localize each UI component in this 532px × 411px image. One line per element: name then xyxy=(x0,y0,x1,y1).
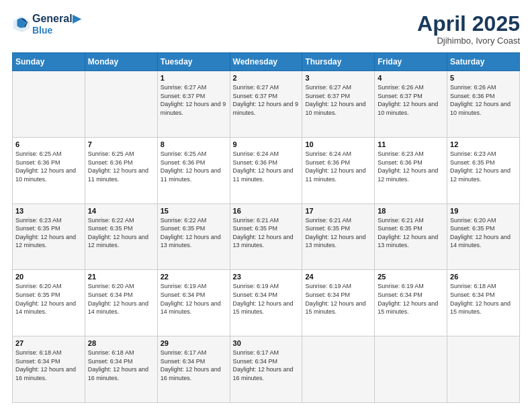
day-number: 11 xyxy=(378,140,444,148)
day-info: Sunrise: 6:18 AM Sunset: 6:34 PM Dayligh… xyxy=(15,349,82,382)
day-number: 3 xyxy=(305,74,371,82)
day-info: Sunrise: 6:25 AM Sunset: 6:36 PM Dayligh… xyxy=(161,150,227,183)
calendar-cell: 27Sunrise: 6:18 AM Sunset: 6:34 PM Dayli… xyxy=(13,336,85,403)
day-number: 4 xyxy=(378,74,444,82)
calendar-cell xyxy=(13,71,85,138)
day-number: 10 xyxy=(305,140,371,148)
day-number: 14 xyxy=(88,207,154,215)
day-number: 18 xyxy=(378,207,444,215)
day-info: Sunrise: 6:19 AM Sunset: 6:34 PM Dayligh… xyxy=(161,282,227,316)
day-number: 21 xyxy=(88,273,154,281)
day-number: 9 xyxy=(233,140,300,148)
day-info: Sunrise: 6:23 AM Sunset: 6:35 PM Dayligh… xyxy=(450,150,517,183)
calendar-cell: 30Sunrise: 6:17 AM Sunset: 6:34 PM Dayli… xyxy=(230,336,302,403)
calendar-cell: 3Sunrise: 6:27 AM Sunset: 6:37 PM Daylig… xyxy=(302,71,375,138)
weekday-header-wednesday: Wednesday xyxy=(230,53,302,71)
month-title: April 2025 xyxy=(417,12,520,36)
calendar-cell: 4Sunrise: 6:26 AM Sunset: 6:37 PM Daylig… xyxy=(375,71,447,138)
calendar-page: General▶ Blue April 2025 Djihimbo, Ivory… xyxy=(0,0,532,411)
calendar-cell: 6Sunrise: 6:25 AM Sunset: 6:36 PM Daylig… xyxy=(13,137,85,203)
logo: General▶ Blue xyxy=(12,12,81,36)
day-number: 15 xyxy=(161,207,227,215)
day-info: Sunrise: 6:22 AM Sunset: 6:35 PM Dayligh… xyxy=(161,216,227,250)
day-number: 2 xyxy=(233,74,300,82)
calendar-cell xyxy=(85,71,157,138)
day-number: 24 xyxy=(305,273,371,281)
day-number: 20 xyxy=(15,273,82,281)
day-info: Sunrise: 6:27 AM Sunset: 6:37 PM Dayligh… xyxy=(233,83,300,117)
day-number: 28 xyxy=(88,339,154,347)
day-number: 6 xyxy=(15,140,82,148)
calendar-week-row: 13Sunrise: 6:23 AM Sunset: 6:35 PM Dayli… xyxy=(13,203,520,270)
calendar-cell: 22Sunrise: 6:19 AM Sunset: 6:34 PM Dayli… xyxy=(157,270,230,336)
calendar-cell: 24Sunrise: 6:19 AM Sunset: 6:34 PM Dayli… xyxy=(302,270,375,336)
day-number: 30 xyxy=(233,339,300,347)
day-info: Sunrise: 6:18 AM Sunset: 6:34 PM Dayligh… xyxy=(88,349,154,382)
day-info: Sunrise: 6:21 AM Sunset: 6:35 PM Dayligh… xyxy=(305,216,371,250)
calendar-cell: 10Sunrise: 6:24 AM Sunset: 6:36 PM Dayli… xyxy=(302,137,375,203)
day-info: Sunrise: 6:27 AM Sunset: 6:37 PM Dayligh… xyxy=(161,83,227,117)
calendar-cell: 15Sunrise: 6:22 AM Sunset: 6:35 PM Dayli… xyxy=(157,203,230,270)
location-subtitle: Djihimbo, Ivory Coast xyxy=(417,36,520,46)
calendar-cell: 19Sunrise: 6:20 AM Sunset: 6:35 PM Dayli… xyxy=(447,203,520,270)
calendar-cell: 5Sunrise: 6:26 AM Sunset: 6:36 PM Daylig… xyxy=(447,71,520,138)
day-info: Sunrise: 6:17 AM Sunset: 6:34 PM Dayligh… xyxy=(161,349,227,382)
day-info: Sunrise: 6:25 AM Sunset: 6:36 PM Dayligh… xyxy=(88,150,154,183)
calendar-cell: 7Sunrise: 6:25 AM Sunset: 6:36 PM Daylig… xyxy=(85,137,157,203)
title-block: April 2025 Djihimbo, Ivory Coast xyxy=(417,12,520,46)
calendar-cell: 28Sunrise: 6:18 AM Sunset: 6:34 PM Dayli… xyxy=(85,336,157,403)
calendar-cell: 14Sunrise: 6:22 AM Sunset: 6:35 PM Dayli… xyxy=(85,203,157,270)
calendar-week-row: 1Sunrise: 6:27 AM Sunset: 6:37 PM Daylig… xyxy=(13,71,520,138)
day-number: 16 xyxy=(233,207,300,215)
calendar-cell: 16Sunrise: 6:21 AM Sunset: 6:35 PM Dayli… xyxy=(230,203,302,270)
calendar-week-row: 6Sunrise: 6:25 AM Sunset: 6:36 PM Daylig… xyxy=(13,137,520,203)
day-info: Sunrise: 6:26 AM Sunset: 6:36 PM Dayligh… xyxy=(450,83,517,117)
day-number: 7 xyxy=(88,140,154,148)
calendar-cell xyxy=(447,336,520,403)
weekday-header-sunday: Sunday xyxy=(13,53,85,71)
day-number: 25 xyxy=(378,273,444,281)
calendar-cell: 25Sunrise: 6:19 AM Sunset: 6:34 PM Dayli… xyxy=(375,270,447,336)
day-info: Sunrise: 6:17 AM Sunset: 6:34 PM Dayligh… xyxy=(233,349,300,382)
day-info: Sunrise: 6:20 AM Sunset: 6:35 PM Dayligh… xyxy=(450,216,517,250)
day-info: Sunrise: 6:25 AM Sunset: 6:36 PM Dayligh… xyxy=(15,150,82,183)
day-number: 23 xyxy=(233,273,300,281)
calendar-cell: 11Sunrise: 6:23 AM Sunset: 6:36 PM Dayli… xyxy=(375,137,447,203)
day-info: Sunrise: 6:24 AM Sunset: 6:36 PM Dayligh… xyxy=(305,150,371,183)
calendar-cell: 8Sunrise: 6:25 AM Sunset: 6:36 PM Daylig… xyxy=(157,137,230,203)
weekday-header-tuesday: Tuesday xyxy=(157,53,230,71)
calendar-cell: 17Sunrise: 6:21 AM Sunset: 6:35 PM Dayli… xyxy=(302,203,375,270)
calendar-cell: 18Sunrise: 6:21 AM Sunset: 6:35 PM Dayli… xyxy=(375,203,447,270)
logo-text: General▶ Blue xyxy=(32,12,81,36)
day-info: Sunrise: 6:24 AM Sunset: 6:36 PM Dayligh… xyxy=(233,150,300,183)
day-info: Sunrise: 6:20 AM Sunset: 6:35 PM Dayligh… xyxy=(15,282,82,316)
calendar-week-row: 27Sunrise: 6:18 AM Sunset: 6:34 PM Dayli… xyxy=(13,336,520,403)
day-info: Sunrise: 6:18 AM Sunset: 6:34 PM Dayligh… xyxy=(450,282,517,316)
day-info: Sunrise: 6:23 AM Sunset: 6:36 PM Dayligh… xyxy=(378,150,444,183)
calendar-cell: 21Sunrise: 6:20 AM Sunset: 6:34 PM Dayli… xyxy=(85,270,157,336)
day-info: Sunrise: 6:19 AM Sunset: 6:34 PM Dayligh… xyxy=(305,282,371,316)
calendar-week-row: 20Sunrise: 6:20 AM Sunset: 6:35 PM Dayli… xyxy=(13,270,520,336)
day-number: 27 xyxy=(15,339,82,347)
day-number: 13 xyxy=(15,207,82,215)
day-info: Sunrise: 6:19 AM Sunset: 6:34 PM Dayligh… xyxy=(378,282,444,316)
weekday-header-monday: Monday xyxy=(85,53,157,71)
day-info: Sunrise: 6:21 AM Sunset: 6:35 PM Dayligh… xyxy=(378,216,444,250)
calendar-cell: 2Sunrise: 6:27 AM Sunset: 6:37 PM Daylig… xyxy=(230,71,302,138)
day-number: 8 xyxy=(161,140,227,148)
day-info: Sunrise: 6:22 AM Sunset: 6:35 PM Dayligh… xyxy=(88,216,154,250)
day-info: Sunrise: 6:27 AM Sunset: 6:37 PM Dayligh… xyxy=(305,83,371,117)
weekday-header-row: SundayMondayTuesdayWednesdayThursdayFrid… xyxy=(13,53,520,71)
weekday-header-friday: Friday xyxy=(375,53,447,71)
day-info: Sunrise: 6:26 AM Sunset: 6:37 PM Dayligh… xyxy=(378,83,444,117)
day-info: Sunrise: 6:20 AM Sunset: 6:34 PM Dayligh… xyxy=(88,282,154,316)
day-number: 5 xyxy=(450,74,517,82)
calendar-cell: 26Sunrise: 6:18 AM Sunset: 6:34 PM Dayli… xyxy=(447,270,520,336)
header: General▶ Blue April 2025 Djihimbo, Ivory… xyxy=(12,12,520,46)
calendar-cell: 23Sunrise: 6:19 AM Sunset: 6:34 PM Dayli… xyxy=(230,270,302,336)
calendar-cell xyxy=(375,336,447,403)
day-number: 29 xyxy=(161,339,227,347)
weekday-header-saturday: Saturday xyxy=(447,53,520,71)
day-number: 17 xyxy=(305,207,371,215)
day-number: 12 xyxy=(450,140,517,148)
